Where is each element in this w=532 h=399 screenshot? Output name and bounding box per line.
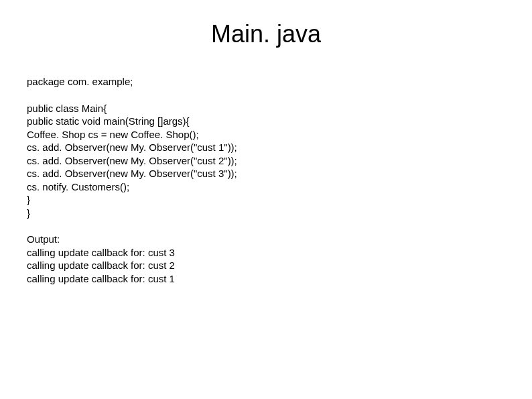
code-line: public class Main{ [27, 102, 532, 115]
code-line: cs. add. Observer(new My. Observer("cust… [27, 154, 532, 168]
code-line: cs. notify. Customers(); [27, 180, 532, 194]
slide-content: package com. example; public class Main{… [0, 75, 532, 285]
code-line: } [27, 207, 532, 220]
code-line: cs. add. Observer(new My. Observer("cust… [27, 167, 532, 180]
package-declaration: package com. example; [27, 75, 532, 89]
code-line: Coffee. Shop cs = new Coffee. Shop(); [27, 128, 532, 141]
slide-title: Main. java [0, 0, 532, 75]
output-line: calling update callback for: cust 2 [27, 259, 532, 272]
output-line: calling update callback for: cust 1 [27, 272, 532, 286]
code-block: public class Main{ public static void ma… [27, 102, 532, 220]
code-line: public static void main(String []args){ [27, 115, 532, 128]
code-line: cs. add. Observer(new My. Observer("cust… [27, 141, 532, 154]
output-block: Output: calling update callback for: cus… [27, 233, 532, 285]
code-line: package com. example; [27, 75, 532, 89]
output-header: Output: [27, 233, 532, 246]
code-line: } [27, 193, 532, 207]
output-line: calling update callback for: cust 3 [27, 246, 532, 260]
